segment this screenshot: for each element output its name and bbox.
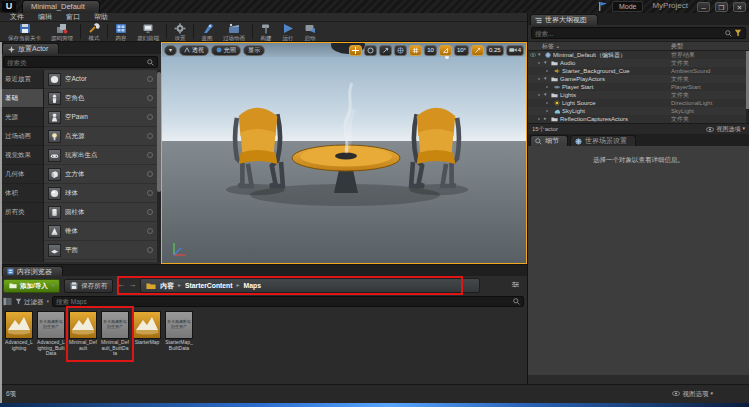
cinematics-button[interactable]: 过场动画	[218, 22, 250, 41]
details-tab[interactable]: 细节	[530, 135, 568, 146]
eye-icon[interactable]	[534, 61, 544, 65]
list-item-player-start[interactable]: 玩家出生点	[44, 146, 161, 165]
outliner-view-options-button[interactable]: 视图选项 ▾	[706, 126, 745, 133]
list-item-cube[interactable]: 立方体	[44, 165, 161, 184]
asset-advanced-lighting-builtdata[interactable]: 关卡构建数据 衍生资产 Advanced_Lighting_BuiltData	[37, 311, 65, 357]
list-item-sphere[interactable]: 球体	[44, 184, 161, 203]
category-volumes[interactable]: 体积	[0, 184, 43, 203]
rotate-tool-button[interactable]	[364, 45, 377, 56]
outliner-row-audio[interactable]: ▾ Audio 文件夹	[528, 59, 749, 67]
expander-arrow-icon[interactable]: ▾	[538, 52, 543, 58]
category-visual-effects[interactable]: 视觉效果	[0, 146, 43, 165]
play-button[interactable]: 运行	[277, 22, 299, 41]
level-editor-tab[interactable]: Minimal_Default	[22, 0, 100, 13]
asset-search-input[interactable]	[56, 298, 513, 305]
category-all-classes[interactable]: 所有类	[0, 203, 43, 222]
asset-startermap[interactable]: StarterMap	[133, 311, 161, 346]
category-lights[interactable]: 光源	[0, 108, 43, 127]
list-item-cylinder[interactable]: 圆柱体	[44, 203, 161, 222]
outliner-search-input[interactable]	[535, 30, 723, 37]
outliner-row-lights[interactable]: ▾ Lights 文件夹	[528, 91, 749, 99]
eye-icon[interactable]	[534, 93, 544, 97]
place-actors-search-input[interactable]	[7, 59, 147, 66]
menu-edit[interactable]: 编辑	[32, 13, 58, 21]
list-item-empty-character[interactable]: 空角色	[44, 89, 161, 108]
outliner-row-starter-background-cue[interactable]: Starter_Background_Cue AmbientSound	[528, 67, 749, 75]
eye-icon[interactable]	[542, 85, 552, 89]
place-actors-tab[interactable]: 放置Actor	[2, 43, 59, 54]
viewport-lit-button[interactable]: 光照	[211, 45, 241, 56]
category-basic[interactable]: 基础	[0, 89, 43, 108]
outliner-row-gameplayactors[interactable]: ▾ GamePlayActors 文件夹	[528, 75, 749, 83]
list-item-empty-actor[interactable]: 空Actor	[44, 70, 161, 89]
world-local-toggle[interactable]	[394, 45, 407, 56]
category-geometry[interactable]: 几何体	[0, 165, 43, 184]
content-browser-tab[interactable]: 内容浏览器	[2, 266, 63, 276]
modes-button[interactable]: 模式	[83, 22, 105, 41]
mode-badge[interactable]: Mode	[612, 1, 644, 13]
list-item-cone[interactable]: 锥体	[44, 222, 161, 241]
feedback-flag-icon[interactable]	[599, 2, 607, 11]
content-browser-settings-icon[interactable]	[511, 280, 520, 291]
menu-help[interactable]: 帮助	[88, 13, 114, 21]
category-recently-placed[interactable]: 最近放置	[0, 70, 43, 89]
asset-advanced-lighting[interactable]: Advanced_Lighting	[5, 311, 33, 351]
title-bar[interactable]: U Minimal_Default Mode MyProject ─ ❐ ✕	[0, 0, 749, 13]
camera-speed-button[interactable]: 4	[506, 45, 524, 56]
expander-arrow-icon[interactable]: ▸	[544, 116, 549, 122]
unreal-frontend-button[interactable]: 虚幻前端	[132, 22, 164, 41]
content-view-options-button[interactable]: 视图选项 ▾	[672, 390, 713, 397]
eye-icon[interactable]	[534, 77, 544, 81]
eye-icon[interactable]	[542, 69, 552, 73]
asset-startermap-builtdata[interactable]: 关卡构建数据 衍生资产 StarterMap_BuiltData	[165, 311, 193, 351]
minimize-button[interactable]: ─	[697, 2, 710, 12]
outliner-row-world[interactable]: ▾ Minimal_Default（编辑器） 世界结果	[528, 51, 749, 59]
category-cinematic[interactable]: 过场动画	[0, 127, 43, 146]
outliner-row-player-start[interactable]: Player Start PlayerStart	[528, 83, 749, 91]
scale-tool-button[interactable]	[379, 45, 392, 56]
expander-arrow-icon[interactable]: ▾	[544, 92, 549, 98]
eye-icon[interactable]	[542, 109, 552, 113]
rotation-snap-value[interactable]: 10°	[454, 45, 469, 56]
list-item-plane[interactable]: 平面	[44, 241, 161, 260]
filters-button[interactable]: 过滤器 ▾	[15, 298, 49, 305]
close-button[interactable]: ✕	[733, 2, 746, 12]
list-item-empty-pawn[interactable]: 空Pawn	[44, 108, 161, 127]
blueprints-button[interactable]: 蓝图	[196, 22, 218, 41]
scale-snap-value[interactable]: 0.25	[486, 45, 504, 56]
outliner-filter-icon[interactable]	[734, 29, 742, 37]
save-all-button[interactable]: 保存所有	[64, 279, 113, 293]
place-actors-search[interactable]	[3, 56, 158, 68]
source-control-button[interactable]: 源码管理	[46, 22, 78, 41]
world-outliner-tab[interactable]: 世界大纲视图	[530, 14, 598, 25]
viewport-scene[interactable]	[162, 43, 526, 263]
save-level-button[interactable]: 保存当前关卡	[3, 22, 46, 41]
eye-icon[interactable]	[528, 53, 538, 57]
outliner-row-light-source[interactable]: Light Source DirectionalLight	[528, 99, 749, 107]
expander-arrow-icon[interactable]: ▾	[544, 76, 549, 82]
scale-snap-toggle[interactable]	[471, 45, 484, 56]
sources-panel-toggle-icon[interactable]	[3, 297, 12, 306]
expander-arrow-icon[interactable]: ▾	[544, 60, 549, 66]
build-button[interactable]: 构建	[255, 22, 277, 41]
list-item-box-trigger[interactable]: 盒体触发器	[44, 260, 161, 262]
menu-window[interactable]: 窗口	[60, 13, 86, 21]
level-viewport[interactable]: ▾ 透视 光照 显示	[161, 42, 527, 264]
viewport-options-dropdown[interactable]: ▾	[164, 45, 177, 56]
eye-icon[interactable]	[534, 117, 544, 121]
content-button[interactable]: 内容	[110, 22, 132, 41]
world-settings-tab[interactable]: 世界场景设置	[570, 135, 636, 146]
outliner-row-reflectioncaptures[interactable]: ▸ ReflectionCapturesActors 文件夹	[528, 115, 749, 123]
viewport-show-button[interactable]: 显示	[243, 45, 265, 56]
outliner-row-skylight[interactable]: SkyLight SkyLight	[528, 107, 749, 115]
eye-icon[interactable]	[542, 101, 552, 105]
outliner-sort-type[interactable]: 类型	[671, 43, 749, 50]
restore-button[interactable]: ❐	[715, 2, 728, 12]
add-import-button[interactable]: 添加/导入 ▾	[3, 279, 60, 293]
launch-button[interactable]: 启动	[299, 22, 321, 41]
settings-button[interactable]: 设置	[169, 22, 191, 41]
translate-tool-button[interactable]	[349, 45, 362, 56]
outliner-sort-label[interactable]: 标签 ▲	[528, 43, 671, 50]
rotation-snap-toggle[interactable]	[439, 45, 452, 56]
menu-file[interactable]: 文件	[4, 13, 30, 21]
